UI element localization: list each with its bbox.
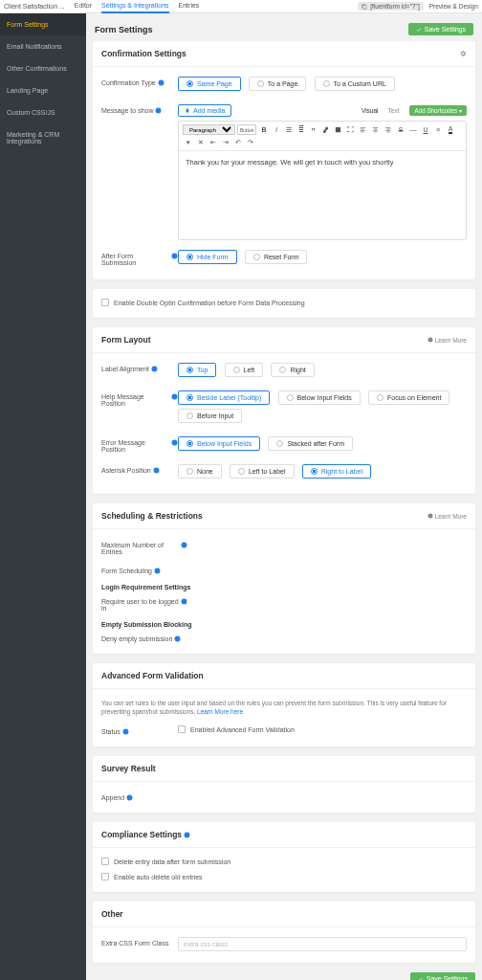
sidebar-item-email-notifications[interactable]: Email Notifications: [0, 35, 86, 57]
radio-help-beside[interactable]: Beside Label (Tooltip): [178, 390, 270, 405]
tab-entries[interactable]: Entries: [179, 0, 200, 13]
sidebar-item-custom-css-js[interactable]: Custom CSS/JS: [0, 101, 86, 123]
extra-css-input[interactable]: [178, 937, 467, 951]
form-layout-heading: Form Layout: [101, 335, 150, 345]
help-icon[interactable]: [171, 393, 178, 400]
save-settings-button-footer[interactable]: Save Settings: [410, 972, 475, 980]
sidebar-item-marketing-crm[interactable]: Marketing & CRM Integrations: [0, 123, 86, 152]
radio-to-page[interactable]: To a Page: [249, 77, 307, 91]
sidebar-item-landing-page[interactable]: Landing Page: [0, 79, 86, 101]
help-icon[interactable]: [154, 568, 161, 574]
enable-advanced-checkbox[interactable]: Enabled Advanced Form Validation: [178, 725, 467, 733]
editor-tab-visual[interactable]: Visual: [357, 105, 383, 116]
preview-design-link[interactable]: Preview & Design: [429, 3, 478, 10]
editor-tab-text[interactable]: Text: [383, 105, 405, 116]
scheduling-learn-more[interactable]: Learn More: [427, 513, 467, 520]
help-icon[interactable]: [151, 366, 158, 372]
svg-point-15: [127, 795, 133, 801]
radio-ast-none[interactable]: None: [178, 464, 222, 479]
help-icon[interactable]: [126, 794, 133, 801]
tb-redo-icon[interactable]: ↷: [245, 137, 255, 147]
help-icon[interactable]: [155, 107, 162, 114]
delete-after-submit-checkbox[interactable]: Delete entry data after form submission: [101, 858, 467, 865]
radio-error-stacked[interactable]: Stacked after Form: [268, 436, 353, 451]
sidebar-item-other-confirmations[interactable]: Other Confirmations: [0, 57, 86, 79]
confirmation-type-label: Confirmation Type: [101, 79, 156, 86]
confirmation-heading: Confirmation Settings: [101, 49, 186, 58]
tb-indent-in-icon[interactable]: ⇥: [220, 137, 230, 147]
tb-hr-icon[interactable]: —: [407, 124, 418, 135]
layout-learn-more[interactable]: Learn More: [427, 337, 467, 344]
help-icon[interactable]: [171, 439, 178, 446]
scheduling-card: Scheduling & Restrictions Learn More Max…: [93, 503, 475, 654]
add-shortcodes-button[interactable]: Add Shortcodes ▾: [409, 105, 467, 116]
help-icon[interactable]: [181, 598, 187, 605]
tb-textcolor-icon[interactable]: A: [445, 124, 455, 135]
help-icon[interactable]: [158, 79, 164, 86]
format-select[interactable]: Paragraph: [183, 124, 235, 135]
help-icon[interactable]: [174, 635, 181, 642]
adv-status-label: Status: [101, 728, 120, 735]
tb-align-left-icon[interactable]: [358, 124, 368, 135]
gear-icon[interactable]: [459, 50, 467, 57]
tb-align-center-icon[interactable]: [370, 124, 381, 135]
help-icon[interactable]: [153, 467, 160, 474]
shortcode-chip[interactable]: [fluentform id="7"]: [358, 2, 423, 11]
tb-link-icon[interactable]: [320, 124, 331, 135]
message-body[interactable]: Thank you for your message. We will get …: [179, 151, 466, 239]
radio-to-url[interactable]: To a Custom URL: [315, 77, 395, 91]
double-optin-checkbox[interactable]: Enable Double Optin Confirmation before …: [101, 299, 467, 306]
tb-fullscreen-icon[interactable]: ⛶: [345, 124, 356, 135]
svg-point-3: [172, 254, 178, 259]
auto-delete-old-checkbox[interactable]: Enable auto delete old entries: [101, 873, 467, 880]
help-icon[interactable]: [181, 542, 187, 548]
tab-settings[interactable]: Settings & Integrations: [101, 0, 168, 13]
check-icon: [418, 976, 424, 980]
tb-indent-out-icon[interactable]: ⇤: [208, 137, 218, 147]
tb-ul-icon[interactable]: ☰: [283, 124, 294, 135]
radio-error-below[interactable]: Below Input Fields: [178, 436, 260, 451]
asterisk-position-label: Asterisk Position: [101, 467, 151, 474]
survey-heading: Survey Result: [101, 764, 156, 773]
svg-point-11: [155, 568, 161, 574]
tb-bold-icon[interactable]: B: [258, 124, 269, 135]
tb-ol-icon[interactable]: ≣: [296, 124, 306, 135]
tb-textcolor-picker-icon[interactable]: ▾: [183, 137, 193, 147]
help-icon[interactable]: [184, 832, 190, 838]
help-icon[interactable]: [122, 728, 129, 735]
radio-help-focus[interactable]: Focus on Element: [368, 390, 449, 405]
tb-strike-icon[interactable]: S: [395, 124, 405, 135]
tb-button-insert[interactable]: Button: [237, 124, 256, 135]
help-icon[interactable]: [171, 253, 178, 259]
radio-ast-left[interactable]: Left to Label: [230, 464, 295, 479]
advanced-learn-more-link[interactable]: Learn More here: [197, 708, 243, 715]
radio-align-right[interactable]: Right: [271, 363, 314, 377]
radio-hide-form[interactable]: Hide Form: [178, 250, 237, 264]
require-login-label: Require user to be logged in: [101, 598, 179, 612]
radio-help-before[interactable]: Before Input: [178, 409, 242, 423]
radio-align-top[interactable]: Top: [178, 363, 216, 377]
radio-align-left[interactable]: Left: [225, 363, 264, 377]
radio-reset-form[interactable]: Reset Form: [245, 250, 308, 264]
tb-image-icon[interactable]: [333, 124, 343, 135]
tb-underline-icon[interactable]: U: [420, 124, 430, 135]
radio-help-below[interactable]: Below Input Fields: [278, 390, 361, 405]
radio-ast-right[interactable]: Right to Label: [302, 464, 371, 479]
other-card: Other Extra CSS Form Class: [93, 902, 475, 963]
tb-align-justify-icon[interactable]: ≡: [432, 124, 443, 135]
tb-align-right-icon[interactable]: [383, 124, 393, 135]
svg-point-9: [427, 514, 432, 519]
editor-toolbar: Paragraph Button B I ☰ ≣ ⛶: [179, 122, 466, 151]
tb-italic-icon[interactable]: I: [271, 124, 281, 135]
tab-editor[interactable]: Editor: [75, 0, 92, 13]
tb-undo-icon[interactable]: ↶: [232, 137, 243, 147]
login-req-heading: Login Requirement Settings: [101, 584, 467, 590]
add-media-button[interactable]: Add media: [178, 104, 231, 117]
copy-icon: [362, 4, 367, 10]
tb-clear-icon[interactable]: ✕: [195, 137, 206, 147]
sidebar-item-form-settings[interactable]: Form Settings: [0, 13, 86, 35]
tb-quote-icon[interactable]: [308, 124, 318, 135]
save-settings-button[interactable]: Save Settings: [408, 23, 473, 35]
message-to-show-label: Message to show: [101, 107, 153, 114]
radio-same-page[interactable]: Same Page: [178, 77, 241, 91]
